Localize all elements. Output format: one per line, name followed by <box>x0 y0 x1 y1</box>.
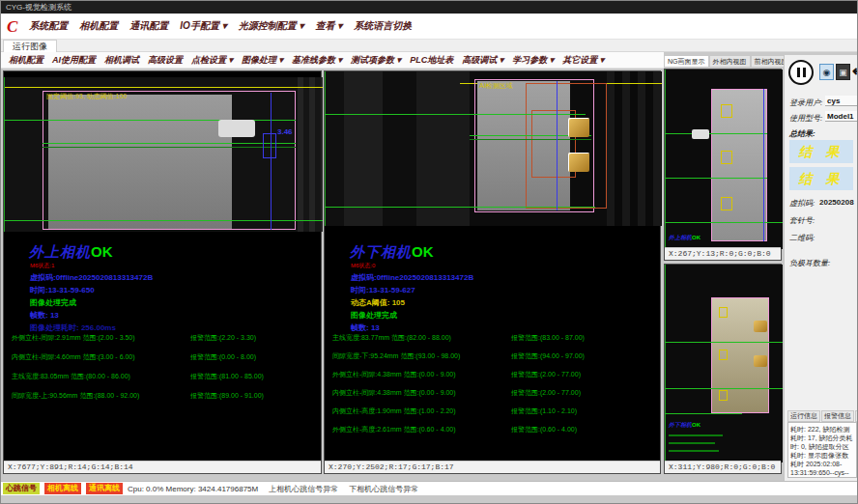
log-textbox[interactable]: 耗时: 222, 缺陷检测耗时: 17, 缺陷分类耗时: 0, 缺陷提取分区耗时… <box>787 422 857 478</box>
measure-alarm: 报警范围:(81.00 - 85.00) <box>190 372 264 381</box>
overlay-green-line <box>470 139 591 140</box>
exit-arrow-icon: ↩ <box>852 63 858 79</box>
pixel-coordinate-bar: X:270;Y:2502;R:17;G:17;B:17 <box>325 461 660 473</box>
thumb-view-lower[interactable]: 外下相机OK X:311;Y:980;R:0;G:0;B:0 <box>664 264 782 474</box>
menu-item-system-config[interactable]: 系统配置 <box>29 19 68 33</box>
dynamic-threshold: 动态A阈值: 105 <box>351 297 405 308</box>
qr-label: 二维码: <box>789 233 815 243</box>
exit-button[interactable]: ↩ <box>852 64 858 79</box>
mini-text-line <box>669 442 715 444</box>
frame-count: 帧数: 13 <box>351 322 380 333</box>
toolbar-learning-params[interactable]: 学习参数 ▾ <box>512 54 554 67</box>
camera-name: 外上相机 <box>29 243 91 260</box>
tab-run-image[interactable]: 运行图像 <box>3 40 57 52</box>
result-ok: OK <box>692 235 701 240</box>
toolbar-spot-check[interactable]: 点检设置 ▾ <box>191 54 233 67</box>
overlay-yellow-rect <box>719 350 728 360</box>
measure-row: 内侧立柱-高度:1.90mm 范围:(1.00 - 2.20) 报警范围:(1.… <box>332 406 661 416</box>
pixel-coordinate-bar: X:267;Y:13;R:0;G:0;B:0 <box>665 247 781 260</box>
frame-count: 帧数: 13 <box>30 310 59 321</box>
cell-region <box>711 89 767 241</box>
toolbar-ai-config[interactable]: AI使用配置 <box>52 54 96 67</box>
thumb-image-upper: 外上相机OK <box>665 70 783 249</box>
measure-main: 内侧立柱-高度:1.90mm 范围:(1.00 - 2.20) <box>332 407 456 414</box>
measure-alarm: 报警范围:(0.00 - 8.00) <box>190 352 256 362</box>
model-value[interactable]: Model1 <box>825 111 858 122</box>
menu-item-language[interactable]: 系统语言切换 <box>354 19 412 33</box>
result-ok: OK <box>412 243 434 260</box>
overlay-green-edge <box>4 77 5 232</box>
vcode-label: 虚拟码: <box>789 198 815 209</box>
process-elapsed: 图像处理耗时: 256.00ms <box>30 322 116 333</box>
result-ok: OK <box>692 422 701 428</box>
measure-alarm: 报警范围:(2.00 - 77.00) <box>511 388 581 398</box>
toolbar-other-settings[interactable]: 其它设置 ▾ <box>562 54 604 67</box>
toolbar-test-params[interactable]: 测试项参数 ▾ <box>351 54 401 67</box>
user-value[interactable]: cys <box>825 96 858 106</box>
overlay-yellow-rect <box>721 104 732 118</box>
tab-outer-view[interactable]: 外相内视图 <box>709 55 751 68</box>
toolbar-advanced-settings[interactable]: 高级设置 <box>148 54 183 67</box>
tab-ng-display[interactable]: NG画面显示 <box>664 55 709 68</box>
heartbeat-badge: 心跳信号 <box>3 483 40 494</box>
total-result-label: 总结果: <box>789 128 815 139</box>
tab-count-label: 负极耳数量: <box>789 258 830 268</box>
camera-view-lower: AI检测区域 外下相机OK M6状态:0 虚拟码:0ffline20250208… <box>324 70 661 474</box>
measure-alarm: 报警范围:(0.60 - 4.00) <box>511 425 577 434</box>
thumb-result-label: 外上相机OK <box>669 234 701 242</box>
menu-item-camera-config[interactable]: 相机配置 <box>79 19 118 33</box>
measure-row: 内侧立柱-间隙:4.38mm 范围:(0.00 - 9.00) 报警范围:(2.… <box>332 388 661 398</box>
log-tab-run[interactable]: 运行信息 <box>787 410 820 422</box>
screen-button[interactable]: ▣ <box>836 64 850 80</box>
overlay-green-line <box>665 342 783 343</box>
measure-row: 主线宽度:83.77mm 范围:(82.00 - 88.00) 报警范围:(83… <box>332 333 661 343</box>
process-done: 图像处理完成 <box>351 310 397 321</box>
measure-row: 间隙宽度-下:95.24mm 范围:(93.00 - 98.00) 报警范围:(… <box>332 351 661 361</box>
overlay-yellow-line <box>4 87 323 88</box>
camera-toggle-button[interactable]: ◉ <box>819 64 834 80</box>
camera-image-upper[interactable]: 固定阈值:93, 动态阈值:100 3.46 <box>4 77 323 232</box>
overlay-blue-line <box>557 81 558 210</box>
overlay-green-line <box>4 220 323 221</box>
camera-name: 外上相机 <box>669 235 692 240</box>
model-label: 使用型号: <box>789 113 822 124</box>
overlay-green-line <box>43 147 296 148</box>
toolbar-advanced-debug[interactable]: 高级调试 ▾ <box>462 54 503 67</box>
toolbar-baseline-params[interactable]: 基准线参数 ▾ <box>292 54 342 67</box>
threshold-overlay-label: 固定阈值:93, 动态阈值:100 <box>46 92 127 101</box>
virtual-code: 虚拟码:0ffline2025020813313472B <box>351 272 473 283</box>
toolbar-camera-config[interactable]: 相机配置 <box>9 54 43 67</box>
window-titlebar: CYG-视觉检测系统 <box>1 1 858 14</box>
measure-alarm: 报警范围:(2.20 - 3.30) <box>190 333 256 343</box>
measure-main: 外侧立柱-间隙:4.38mm 范围:(0.00 - 9.00) <box>332 371 456 378</box>
menu-item-light-config[interactable]: 光源控制配置 ▾ <box>239 19 304 33</box>
measure-main: 内侧立柱-间隙:4.38mm 范围:(0.00 - 9.00) <box>332 389 456 396</box>
thumb-view-upper[interactable]: 外上相机OK X:267;Y:13;R:0;G:0;B:0 <box>664 69 782 261</box>
tab-strip: 运行图像 <box>1 40 858 52</box>
camera-image-lower[interactable]: AI检测区域 <box>325 71 662 226</box>
overlay-green-edge <box>325 71 326 226</box>
overlay-green-line <box>665 413 742 414</box>
log-tab-alarm[interactable]: 报警信息 <box>821 410 854 422</box>
menu-item-comm-config[interactable]: 通讯配置 <box>129 19 168 33</box>
vcode-value: 20250208 <box>819 198 854 207</box>
menu-item-view[interactable]: 查看 ▾ <box>316 19 343 33</box>
overlay-yellow-rect <box>721 151 732 164</box>
window-title: CYG-视觉检测系统 <box>6 3 72 12</box>
camera-offline-badge: 相机离线 <box>44 483 81 494</box>
result-badge-lower: 结 果 <box>789 167 853 190</box>
toolbar-plc-table[interactable]: PLC地址表 <box>410 54 453 67</box>
status-bar: 心跳信号 相机离线 通讯离线 Cpu: 0.0% Memory: 3424.41… <box>1 481 858 495</box>
menu-item-io-config[interactable]: IO手配置 ▾ <box>180 19 226 33</box>
toolbar-image-processing[interactable]: 图像处理 ▾ <box>242 54 283 67</box>
cpu-memory-status: Cpu: 0.0% Memory: 3424.41796875M <box>128 485 258 493</box>
measure-main: 主线宽度:83.05mm 范围:(80.00 - 86.00) <box>12 373 130 379</box>
mini-text-line <box>669 450 719 452</box>
measure-alarm: 报警范围:(94.00 - 97.00) <box>511 351 585 361</box>
mini-text-line <box>669 434 723 436</box>
toolbar-camera-debug[interactable]: 相机调试 <box>104 54 139 67</box>
measure-alarm: 报警范围:(2.00 - 77.00) <box>511 370 581 379</box>
pause-button[interactable] <box>788 60 814 85</box>
camera-name: 外下相机 <box>669 422 692 428</box>
app-logo-icon: C <box>7 18 17 35</box>
